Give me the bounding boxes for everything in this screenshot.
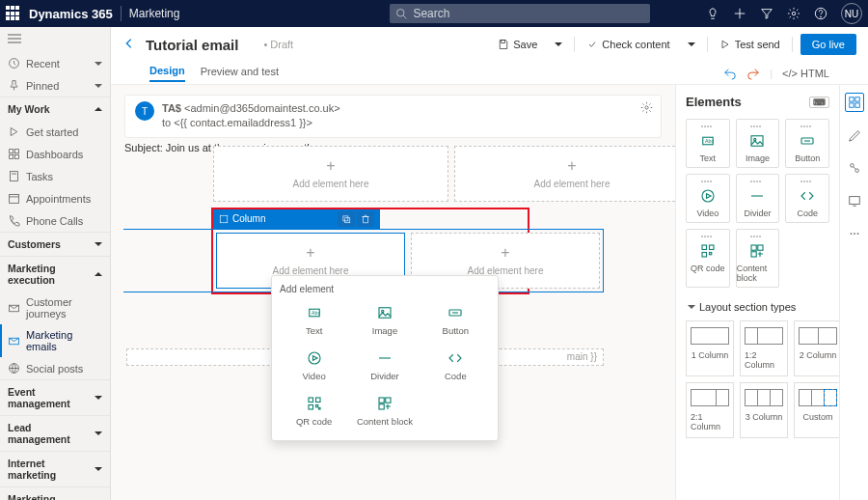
svg-rect-67	[849, 197, 859, 205]
user-avatar[interactable]: NU	[841, 3, 862, 24]
element-image[interactable]: Image	[736, 119, 780, 168]
popup-video[interactable]: Video	[280, 344, 348, 387]
global-search[interactable]: Search	[390, 4, 650, 23]
popup-text[interactable]: AbcText	[280, 298, 348, 342]
svg-point-65	[854, 169, 858, 173]
left-nav: Recent Pinned My Work Get started Dashbo…	[0, 27, 111, 500]
svg-rect-28	[345, 218, 350, 223]
save-button[interactable]: Save	[494, 36, 541, 53]
undo-icon[interactable]	[723, 67, 737, 80]
chevron-down-icon	[93, 80, 102, 92]
divider	[121, 6, 122, 21]
layout-1col[interactable]: 1 Column	[686, 320, 734, 376]
svg-rect-26	[220, 215, 228, 223]
sender-address: <admin@d365domaintest.co.uk>	[184, 102, 340, 114]
nav-section-marketing-exec[interactable]: Marketing execution	[0, 256, 110, 292]
layouts-title[interactable]: Layout section types	[686, 301, 829, 313]
svg-rect-54	[709, 245, 714, 250]
nav-get-started[interactable]: Get started	[0, 121, 110, 143]
module-label: Marketing	[129, 7, 180, 20]
popup-divider[interactable]: Divider	[350, 344, 419, 387]
svg-rect-44	[379, 404, 384, 409]
element-text[interactable]: AbcText	[686, 119, 730, 168]
svg-point-5	[792, 12, 796, 15]
layout-12col[interactable]: 1:2 Column	[740, 320, 788, 376]
layout-3col[interactable]: 3 Column	[740, 382, 788, 438]
nav-section-event[interactable]: Event management	[0, 379, 110, 415]
nav-tasks[interactable]: Tasks	[0, 165, 110, 187]
nav-dashboards[interactable]: Dashboards	[0, 143, 110, 165]
gear-icon[interactable]	[640, 101, 653, 114]
svg-rect-39	[309, 404, 313, 409]
app-launcher-icon[interactable]	[6, 6, 21, 21]
rail-elements[interactable]	[845, 93, 864, 112]
chevron-down-icon	[93, 238, 102, 250]
element-button[interactable]: Button	[785, 119, 829, 168]
layout-custom[interactable]: Custom	[794, 382, 839, 438]
nav-marketing-emails[interactable]: Marketing emails	[0, 324, 110, 357]
lightbulb-icon[interactable]	[706, 7, 719, 20]
chevron-down-icon	[93, 428, 102, 439]
test-send-button[interactable]: Test send	[716, 36, 784, 53]
nav-collapse-button[interactable]	[0, 27, 110, 52]
plus-icon: +	[501, 244, 509, 262]
check-dropdown[interactable]	[682, 36, 699, 53]
tab-preview[interactable]: Preview and test	[201, 66, 279, 81]
column-selection-header[interactable]: Column	[213, 209, 380, 229]
layout-21col[interactable]: 2:1 Column	[686, 382, 734, 438]
svg-rect-47	[751, 136, 763, 147]
recipient-line: to <{{ contact.emailaddress1 }}>	[162, 116, 340, 130]
email-header-card[interactable]: T TA$ <admin@d365domaintest.co.uk> to <{…	[124, 95, 662, 138]
redo-icon[interactable]	[746, 67, 760, 80]
svg-point-70	[854, 233, 855, 235]
element-content-block[interactable]: Content block	[736, 229, 780, 288]
delete-button[interactable]	[357, 211, 374, 227]
popup-button[interactable]: Button	[421, 298, 490, 342]
back-button[interactable]	[122, 37, 136, 53]
save-dropdown[interactable]	[549, 36, 566, 53]
nav-customer-journeys[interactable]: Customer journeys	[0, 292, 110, 324]
nav-section-lead[interactable]: Lead management	[0, 415, 110, 451]
layout-2col[interactable]: 2 Column	[794, 320, 839, 376]
drop-zone[interactable]: +Add element here	[454, 146, 675, 202]
svg-rect-40	[315, 404, 317, 406]
chevron-down-icon	[93, 392, 102, 403]
element-code[interactable]: Code	[785, 174, 829, 223]
rail-preview[interactable]	[845, 191, 864, 210]
popup-qr[interactable]: QR code	[280, 389, 348, 432]
go-live-button[interactable]: Go live	[800, 34, 856, 55]
popup-code[interactable]: Code	[421, 344, 490, 387]
nav-recent[interactable]: Recent	[0, 52, 110, 74]
nav-section-content[interactable]: Marketing content	[0, 486, 110, 500]
plus-icon[interactable]	[733, 7, 746, 20]
svg-rect-13	[10, 150, 14, 153]
popup-image[interactable]: Image	[350, 298, 419, 342]
nav-pinned[interactable]: Pinned	[0, 74, 110, 97]
nav-section-internet[interactable]: Internet marketing	[0, 451, 110, 486]
svg-text:Abc: Abc	[312, 310, 320, 316]
element-divider[interactable]: Divider	[736, 174, 780, 223]
tab-design[interactable]: Design	[149, 65, 185, 82]
rail-links[interactable]	[845, 158, 864, 178]
nav-phone[interactable]: Phone Calls	[0, 209, 110, 232]
svg-rect-16	[14, 154, 18, 158]
html-toggle[interactable]: </> HTML	[782, 68, 829, 79]
gear-icon[interactable]	[787, 7, 800, 20]
rail-more[interactable]	[845, 224, 864, 243]
help-icon[interactable]	[814, 7, 827, 20]
nav-social[interactable]: Social posts	[0, 357, 110, 379]
duplicate-button[interactable]	[338, 211, 355, 227]
svg-rect-63	[854, 103, 858, 107]
nav-appointments[interactable]: Appointments	[0, 187, 110, 209]
nav-section-mywork[interactable]: My Work	[0, 97, 110, 121]
popup-content-block[interactable]: Content block	[350, 389, 419, 432]
svg-rect-17	[10, 172, 17, 181]
filter-icon[interactable]	[760, 7, 773, 20]
rail-styles[interactable]	[845, 125, 864, 145]
drop-zone[interactable]: +Add element here	[213, 146, 448, 202]
check-content-button[interactable]: Check content	[583, 36, 673, 53]
element-qr[interactable]: QR code	[686, 229, 730, 288]
svg-rect-43	[386, 398, 391, 403]
nav-section-customers[interactable]: Customers	[0, 232, 110, 256]
element-video[interactable]: Video	[686, 174, 730, 223]
